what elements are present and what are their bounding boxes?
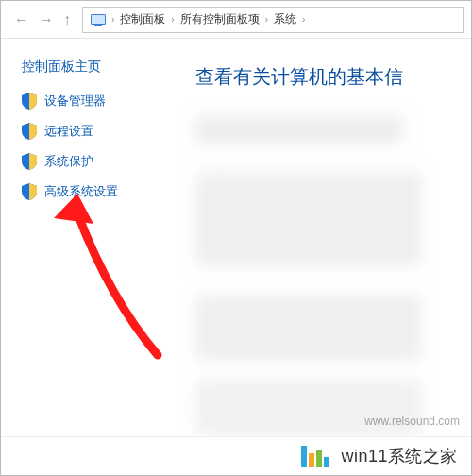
brand-logo-icon [301,446,329,467]
blurred-content [195,380,422,436]
main-content: 查看有关计算机的基本信 [171,40,471,437]
shield-icon [22,183,37,200]
sidebar-item-label: 远程设置 [44,123,93,140]
sidebar-item-device-manager[interactable]: 设备管理器 [22,93,171,110]
sidebar-item-advanced-system-settings[interactable]: 高级系统设置 [22,183,171,200]
shield-icon [22,123,37,140]
nav-back-icon[interactable]: ← [14,11,29,28]
blurred-content [195,172,422,266]
breadcrumb-bar[interactable]: › 控制面板 › 所有控制面板项 › 系统 › [82,7,464,33]
blurred-content [195,115,403,144]
sidebar-title[interactable]: 控制面板主页 [22,59,171,76]
sidebar: 控制面板主页 设备管理器 远程设置 [1,40,171,437]
nav-fwd-icon[interactable]: → [39,11,54,28]
system-control-panel-window: ← → ↑ › 控制面板 › 所有控制面板项 › 系统 › 控制面板主页 设 [0,0,472,476]
blurred-content [195,295,422,361]
sidebar-item-label: 高级系统设置 [44,183,118,200]
sidebar-item-system-protection[interactable]: 系统保护 [22,153,171,170]
breadcrumb-item[interactable]: 系统 [274,11,296,27]
brand-text: win11系统之家 [341,445,458,468]
page-title: 查看有关计算机的基本信 [195,64,471,90]
window-body: 控制面板主页 设备管理器 远程设置 [1,40,471,437]
sidebar-links: 设备管理器 远程设置 系统保护 [22,93,171,200]
address-bar-row: ← → ↑ › 控制面板 › 所有控制面板项 › 系统 › [1,1,471,39]
nav-up-icon[interactable]: ↑ [63,11,71,28]
nav-arrows: ← → ↑ [14,11,71,28]
breadcrumb-item[interactable]: 控制面板 [120,11,165,27]
chevron-right-icon: › [265,14,268,25]
sidebar-item-remote-settings[interactable]: 远程设置 [22,123,171,140]
chevron-right-icon: › [111,14,114,25]
this-pc-icon [91,14,106,26]
footer-brand-bar: win11系统之家 [1,436,471,475]
chevron-right-icon: › [171,14,174,25]
chevron-right-icon: › [302,14,305,25]
breadcrumb-item[interactable]: 所有控制面板项 [180,11,260,27]
sidebar-item-label: 设备管理器 [44,93,106,110]
shield-icon [22,153,37,170]
sidebar-item-label: 系统保护 [44,153,93,170]
shield-icon [22,93,37,110]
